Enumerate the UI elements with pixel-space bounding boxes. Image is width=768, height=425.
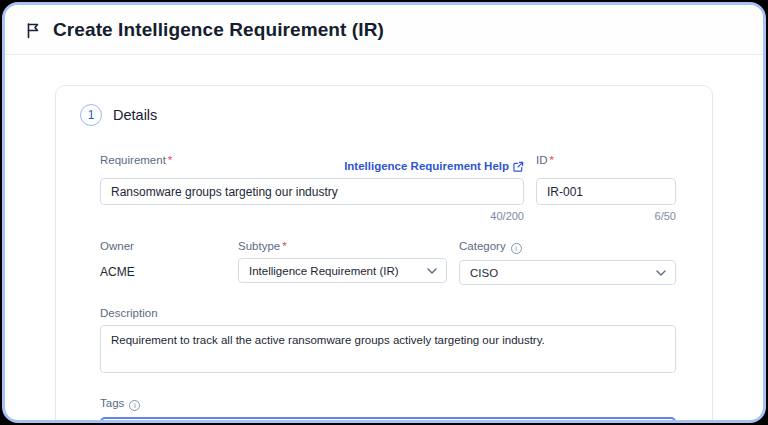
step-indicator: 1 Details	[80, 104, 688, 126]
step-label: Details	[113, 107, 157, 123]
tag-chip: Ransomware ✕	[110, 422, 207, 423]
info-icon[interactable]: i	[511, 243, 522, 254]
chevron-down-icon	[656, 270, 666, 276]
create-ir-modal: Create Intelligence Requirement (IR) 1 D…	[2, 2, 766, 423]
flag-icon	[25, 22, 42, 39]
row-owner-subtype-category: Owner ACME Subtype* Intelligence Require…	[100, 236, 676, 285]
modal-header: Create Intelligence Requirement (IR)	[5, 5, 763, 55]
owner-label: Owner	[100, 240, 134, 252]
description-label: Description	[100, 307, 158, 319]
subtype-selected-value: Intelligence Requirement (IR)	[249, 265, 399, 277]
modal-body: 1 Details Requirement* Intelligence Requ…	[5, 55, 763, 423]
external-link-icon	[513, 161, 524, 172]
required-asterisk: *	[550, 154, 554, 166]
id-label: ID*	[536, 154, 554, 166]
category-label: Categoryi	[459, 240, 522, 254]
tag-chip: Energy ✕	[215, 422, 282, 423]
owner-field: Owner ACME	[100, 236, 226, 285]
row-description: Description Requirement to track all the…	[100, 303, 676, 377]
description-textarea[interactable]: Requirement to track all the active rans…	[100, 325, 676, 373]
required-asterisk: *	[282, 240, 286, 252]
owner-value: ACME	[100, 258, 226, 279]
tags-label: Tagsi	[100, 397, 140, 411]
modal-title: Create Intelligence Requirement (IR)	[53, 19, 384, 41]
chevron-down-icon	[427, 268, 437, 274]
id-input[interactable]	[536, 178, 676, 205]
row-requirement-id: Requirement* Intelligence Requirement He…	[100, 154, 676, 222]
tag-chip: Oil and gas ✕	[291, 422, 379, 423]
details-form: Requirement* Intelligence Requirement He…	[100, 154, 676, 423]
category-selected-value: CISO	[470, 267, 498, 279]
subtype-field: Subtype* Intelligence Requirement (IR)	[238, 236, 447, 285]
intelligence-requirement-help-link[interactable]: Intelligence Requirement Help	[344, 160, 524, 172]
subtype-label: Subtype*	[238, 240, 287, 252]
id-field: ID* 6/50	[536, 154, 676, 222]
id-char-counter: 6/50	[536, 210, 676, 222]
requirement-field: Requirement* Intelligence Requirement He…	[100, 154, 524, 222]
requirement-char-counter: 40/200	[100, 210, 524, 222]
requirement-input[interactable]	[100, 178, 524, 205]
subtype-select[interactable]: Intelligence Requirement (IR)	[238, 258, 447, 283]
details-card: 1 Details Requirement* Intelligence Requ…	[55, 85, 713, 423]
required-asterisk: *	[168, 154, 172, 166]
requirement-label: Requirement*	[100, 154, 172, 166]
info-icon[interactable]: i	[129, 400, 140, 411]
step-number: 1	[80, 104, 102, 126]
category-field: Categoryi CISO	[459, 236, 676, 285]
tags-input[interactable]: Ransomware ✕ Energy ✕ Oil and gas ✕	[100, 417, 676, 423]
category-select[interactable]: CISO	[459, 260, 676, 285]
row-tags: Tagsi Ransomware ✕ Energy ✕ Oil and gas	[100, 393, 676, 423]
